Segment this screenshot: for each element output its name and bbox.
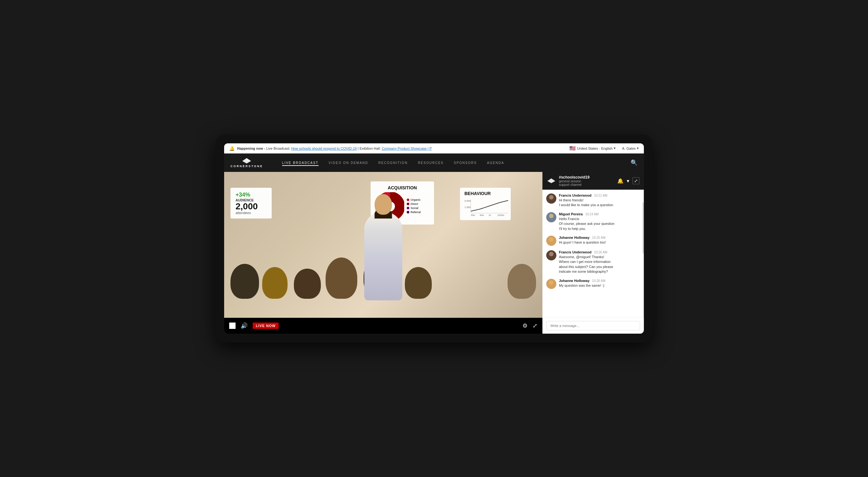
presenter-body: [364, 212, 402, 300]
msg-content-5: Johanne Holloway 10:26 AM My question wa…: [559, 279, 640, 288]
video-controls: 🔊 LIVE NOW ⚙ ⤢: [224, 318, 542, 334]
svg-point-23: [549, 237, 554, 242]
svg-point-21: [549, 214, 554, 218]
notif-right: 🇺🇸 United States - English ▾ A. Gates ▾: [569, 145, 639, 151]
lang-label: United States - English: [577, 147, 613, 150]
msg-text-3: Hi guys! I have a question too!: [559, 240, 640, 245]
lang-selector[interactable]: 🇺🇸 United States - English ▾: [569, 145, 616, 151]
logo-area[interactable]: CORNERSTONE: [230, 158, 263, 168]
notif-sep1: | Exibition Hall:: [358, 147, 382, 150]
msg-name-1: Francis Underwood: [559, 193, 592, 197]
avatar-francis-2: [546, 250, 556, 260]
chat-message-4: Francis Underwood 10:26 AM Awesome, @mig…: [546, 250, 640, 274]
line-chart: 3,000 1,500 20m 40m 1h 1h20m: [464, 198, 509, 217]
msg-name-3: Johanne Holloway: [559, 236, 590, 239]
audience-head-1: [230, 264, 259, 299]
msg-content-2: Miguel Pereira 10:24 AM Hello FrancisOf …: [559, 212, 640, 231]
settings-icon[interactable]: ⚙: [522, 322, 528, 329]
nav-item-agenda[interactable]: AGENDA: [487, 160, 504, 166]
pie-labels: Organic Direct Social: [407, 198, 421, 215]
msg-text-5: My question was the same! :): [559, 283, 640, 288]
device-frame: 🔔 Happening now - Live Broadcast: How sc…: [215, 135, 653, 342]
scrollbar-track: [643, 190, 644, 318]
bell-icon[interactable]: 🔔: [229, 146, 235, 151]
chat-messages: Francis Underwood 10:21 AM Hi there frie…: [542, 190, 644, 318]
msg-time-2: 10:24 AM: [585, 212, 598, 216]
flag-icon: 🇺🇸: [569, 145, 576, 151]
audience-head-3: [294, 269, 321, 299]
chat-message-input[interactable]: [546, 321, 640, 330]
avatar-johanne-2: [546, 279, 556, 289]
avatar-francis-1: [546, 193, 556, 204]
chat-external-icon[interactable]: ⤢: [632, 177, 640, 184]
chat-channel-info: #schoolscovid19 general session support …: [559, 175, 614, 186]
notif-link1[interactable]: How schools should respond to COVID-19: [291, 147, 357, 150]
msg-name-4: Francis Underwood: [559, 250, 592, 254]
behaviour-title: BEHAVIOUR: [464, 191, 506, 196]
chat-channel-sub2: support channel: [559, 183, 614, 186]
chat-channel-name: #schoolscovid19: [559, 175, 614, 180]
stop-button[interactable]: [229, 323, 236, 329]
search-icon[interactable]: 🔍: [630, 159, 638, 166]
msg-header-1: Francis Underwood 10:21 AM: [559, 193, 640, 197]
chat-input-area: [542, 318, 644, 334]
notif-link2[interactable]: Company Product Showcase | P: [382, 147, 432, 150]
chat-chevron-icon[interactable]: ▾: [627, 178, 629, 184]
msg-content-3: Johanne Holloway 10:25 AM Hi guys! I hav…: [559, 236, 640, 245]
msg-content-1: Francis Underwood 10:21 AM Hi there frie…: [559, 193, 640, 208]
audience-head-2: [262, 267, 287, 299]
msg-header-2: Miguel Pereira 10:24 AM: [559, 212, 640, 216]
svg-marker-1: [247, 158, 251, 161]
svg-text:40m: 40m: [479, 214, 484, 216]
user-chevron-icon: ▾: [637, 146, 639, 150]
screen: 🔔 Happening now - Live Broadcast: How sc…: [224, 143, 644, 334]
chat-message-3: Johanne Holloway 10:25 AM Hi guys! I hav…: [546, 236, 640, 246]
msg-header-4: Francis Underwood 10:26 AM: [559, 250, 640, 254]
svg-marker-18: [548, 178, 555, 183]
audience-head-4: [326, 258, 357, 299]
svg-point-25: [549, 252, 554, 256]
audience-head-7: [507, 264, 536, 299]
main-nav: CORNERSTONE LIVE BROADCAST VIDEO ON DEMA…: [224, 153, 644, 172]
content-area: +34% AUDIENCE 2,000 attendees ACQUISITIO…: [224, 172, 644, 334]
chat-message-1: Francis Underwood 10:21 AM Hi there frie…: [546, 193, 640, 208]
msg-text-2: Hello FrancisOf course, please ask your …: [559, 217, 640, 231]
nav-items: LIVE BROADCAST VIDEO ON DEMAND RECOGNITI…: [282, 160, 618, 166]
user-selector[interactable]: A. Gates ▾: [622, 146, 639, 150]
nav-item-resources[interactable]: RESOURCES: [418, 160, 443, 166]
msg-content-4: Francis Underwood 10:26 AM Awesome, @mig…: [559, 250, 640, 274]
volume-icon[interactable]: 🔊: [241, 322, 248, 329]
msg-name-5: Johanne Holloway: [559, 279, 590, 282]
audience-stat-box: +34% AUDIENCE 2,000 attendees: [230, 188, 272, 218]
svg-text:20m: 20m: [471, 214, 475, 216]
video-bg: +34% AUDIENCE 2,000 attendees ACQUISITIO…: [224, 172, 542, 318]
chat-header: #schoolscovid19 general session support …: [542, 172, 644, 190]
chat-message-5: Johanne Holloway 10:26 AM My question wa…: [546, 279, 640, 289]
chat-bell-icon[interactable]: 🔔: [617, 178, 624, 184]
chat-logo-icon: [547, 178, 556, 184]
msg-text-4: Awesome, @miguel! Thanks!Where can I get…: [559, 255, 640, 274]
audience-sub: attendees: [236, 211, 267, 215]
nav-item-recognition[interactable]: RECOGNITION: [378, 160, 408, 166]
fullscreen-icon[interactable]: ⤢: [533, 322, 537, 329]
presenter-figure: [364, 212, 402, 300]
notif-text: Happening now - Live Broadcast: How scho…: [237, 147, 432, 150]
chat-channel-sub1: general session: [559, 180, 614, 183]
msg-time-4: 10:26 AM: [594, 250, 608, 254]
pie-label-social: Social: [407, 206, 421, 210]
nav-item-vod[interactable]: VIDEO ON DEMAND: [329, 160, 368, 166]
nav-item-live-broadcast[interactable]: LIVE BROADCAST: [282, 160, 319, 166]
msg-time-3: 10:25 AM: [592, 236, 606, 239]
audience-growth: +34%: [236, 191, 267, 198]
behaviour-chart-box: BEHAVIOUR 3,000 1,500 20m 40m 1h: [460, 188, 511, 220]
msg-time-5: 10:26 AM: [592, 279, 606, 282]
pie-label-referral: Referral: [407, 211, 421, 214]
avatar-johanne-1: [546, 236, 556, 246]
svg-text:1h20m: 1h20m: [497, 214, 504, 216]
happening-text: Live Broadcast:: [266, 147, 291, 150]
svg-point-28: [548, 285, 555, 289]
msg-name-2: Miguel Pereira: [559, 212, 583, 216]
avatar-miguel: [546, 212, 556, 222]
nav-item-sponsors[interactable]: SPONSORS: [454, 160, 477, 166]
scrollbar-thumb[interactable]: [643, 202, 644, 254]
